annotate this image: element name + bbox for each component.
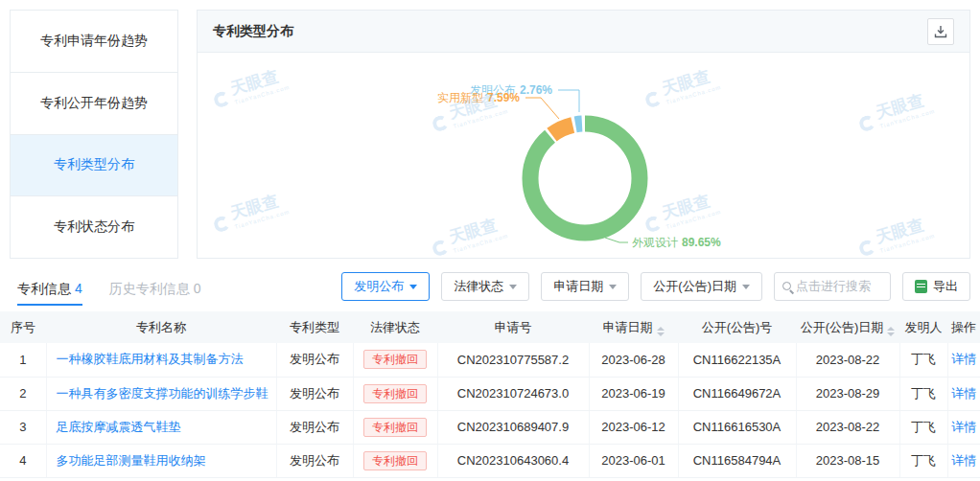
chevron-down-icon xyxy=(609,285,617,289)
label-design-name: 外观设计 xyxy=(632,236,678,249)
leader-line-invention xyxy=(558,90,579,112)
row-seq: 4 xyxy=(0,444,46,477)
label-utility-model: 实用新型7.59% xyxy=(437,90,520,106)
tab-patent-info[interactable]: 专利信息4 xyxy=(17,263,82,311)
download-icon xyxy=(934,25,947,38)
patent-type: 发明公布 xyxy=(276,444,353,477)
tab-label: 历史专利信息 xyxy=(109,281,190,296)
col-action: 操作 xyxy=(947,311,980,343)
filter-patent-type-dropdown[interactable]: 发明公布 xyxy=(341,272,430,301)
detail-link[interactable]: 详情 xyxy=(951,352,976,366)
patent-table: 序号 专利名称 专利类型 法律状态 申请号 申请日期 公开(公告)号 公开(公告… xyxy=(0,311,980,478)
sidebar-item-patent-type-distribution[interactable]: 专利类型分布 xyxy=(11,135,177,197)
label-utility-value: 7.59% xyxy=(487,91,520,104)
filter-controls: 发明公布 法律状态 申请日期 公开(公告)日期 导出 xyxy=(341,272,970,301)
application-date: 2023-06-01 xyxy=(589,444,678,477)
row-seq: 2 xyxy=(0,377,46,410)
table-row: 1 一种橡胶鞋底用材料及其制备方法 发明公布 专利撤回 CN2023107755… xyxy=(0,343,980,377)
application-date: 2023-06-12 xyxy=(589,410,678,444)
publication-date: 2023-08-22 xyxy=(796,410,899,444)
col-legal-status: 法律状态 xyxy=(353,311,437,343)
table-tabs: 专利信息4 历史专利信息0 xyxy=(17,261,201,311)
donut-chart-area: 发明公布2.76% 实用新型7.59% 外观设计89.65% xyxy=(198,53,969,258)
table-row: 4 多功能足部测量鞋用收纳架 发明公布 专利撤回 CN202310643060.… xyxy=(0,444,980,477)
table-row: 3 足底按摩减震透气鞋垫 发明公布 专利撤回 CN202310689407.9 … xyxy=(0,410,980,444)
search-box[interactable] xyxy=(774,272,891,301)
search-input[interactable] xyxy=(796,279,882,293)
patent-name-link[interactable]: 多功能足部测量鞋用收纳架 xyxy=(57,453,206,468)
export-label: 导出 xyxy=(933,278,958,295)
publication-no: CN116584794A xyxy=(678,444,796,477)
label-invention-value: 2.76% xyxy=(520,83,552,97)
table-header-row: 序号 专利名称 专利类型 法律状态 申请号 申请日期 公开(公告)号 公开(公告… xyxy=(0,311,980,343)
patent-type: 发明公布 xyxy=(276,377,353,410)
publication-date: 2023-08-15 xyxy=(796,444,899,477)
detail-link[interactable]: 详情 xyxy=(951,386,976,401)
publication-no: CN116649672A xyxy=(678,377,796,410)
sidebar-item-application-year-trend[interactable]: 专利申请年份趋势 xyxy=(11,11,177,73)
col-publication-date-sortable[interactable]: 公开(公告)日期 xyxy=(796,311,899,343)
patent-analytics-page: 专利申请年份趋势 专利公开年份趋势 专利类型分布 专利状态分布 专利类型分布 xyxy=(0,0,980,481)
row-seq: 1 xyxy=(0,343,46,377)
inventor: 丁飞 xyxy=(899,343,947,377)
panel-title: 专利类型分布 xyxy=(213,23,293,40)
col-application-date-sortable[interactable]: 申请日期 xyxy=(589,311,678,343)
detail-link[interactable]: 详情 xyxy=(951,420,976,434)
filter-legal-status-dropdown[interactable]: 法律状态 xyxy=(441,272,529,301)
label-design: 外观设计89.65% xyxy=(632,235,721,251)
chevron-down-icon xyxy=(509,285,517,289)
application-date: 2023-06-28 xyxy=(589,343,678,377)
sidebar-item-patent-status-distribution[interactable]: 专利状态分布 xyxy=(11,196,177,258)
legal-status-badge: 专利撤回 xyxy=(363,384,427,403)
donut-segment-design xyxy=(530,124,640,233)
application-no: CN202310689407.9 xyxy=(437,410,589,444)
filter-publication-date-dropdown[interactable]: 公开(公告)日期 xyxy=(641,272,762,301)
col-patent-name: 专利名称 xyxy=(46,311,276,343)
row-seq: 3 xyxy=(0,410,46,444)
col-patent-type: 专利类型 xyxy=(276,311,353,343)
leader-line-design xyxy=(605,238,628,242)
sort-icon[interactable] xyxy=(887,327,895,336)
col-publication-no: 公开(公告)号 xyxy=(678,311,796,343)
legal-status-badge: 专利撤回 xyxy=(363,418,427,437)
patent-type: 发明公布 xyxy=(276,410,353,444)
chevron-down-icon xyxy=(742,285,750,289)
filter-application-date-dropdown[interactable]: 申请日期 xyxy=(541,272,629,301)
chart-type-sidebar: 专利申请年份趋势 专利公开年份趋势 专利类型分布 专利状态分布 xyxy=(10,10,178,259)
application-no: CN202310775587.2 xyxy=(437,343,589,377)
chevron-down-icon xyxy=(409,285,417,289)
publication-date: 2023-08-29 xyxy=(796,377,899,410)
export-button[interactable]: 导出 xyxy=(902,272,970,301)
sort-icon[interactable] xyxy=(657,327,665,336)
application-date: 2023-06-19 xyxy=(589,377,678,410)
application-no: CN202310643060.4 xyxy=(437,444,589,477)
excel-icon xyxy=(915,280,927,293)
patent-name-link[interactable]: 足底按摩减震透气鞋垫 xyxy=(57,420,181,434)
table-toolbar: 专利信息4 历史专利信息0 发明公布 法律状态 申请日期 公开(公告)日期 导出 xyxy=(0,261,980,311)
sidebar-item-publication-year-trend[interactable]: 专利公开年份趋势 xyxy=(11,73,177,135)
tab-count: 4 xyxy=(75,281,82,296)
inventor: 丁飞 xyxy=(899,444,947,477)
download-chart-button[interactable] xyxy=(927,18,954,45)
patent-name-link[interactable]: 一种橡胶鞋底用材料及其制备方法 xyxy=(57,352,244,366)
publication-no: CN116616530A xyxy=(678,410,796,444)
label-utility-name: 实用新型 xyxy=(437,91,483,104)
label-design-value: 89.65% xyxy=(682,236,721,249)
donut-chart xyxy=(198,53,969,258)
col-application-no: 申请号 xyxy=(437,311,589,343)
table-row: 2 一种具有多密度支撑功能的训练学步鞋 发明公布 专利撤回 CN20231072… xyxy=(0,377,980,410)
legal-status-badge: 专利撤回 xyxy=(363,451,427,470)
leader-line-utility xyxy=(525,98,559,119)
legal-status-badge: 专利撤回 xyxy=(363,350,427,369)
tab-history-patent-info[interactable]: 历史专利信息0 xyxy=(109,263,201,311)
inventor: 丁飞 xyxy=(899,410,947,444)
inventor: 丁飞 xyxy=(899,377,947,410)
patent-name-link[interactable]: 一种具有多密度支撑功能的训练学步鞋 xyxy=(57,386,268,401)
tab-count: 0 xyxy=(194,281,201,296)
search-icon xyxy=(782,282,791,290)
publication-date: 2023-08-22 xyxy=(796,343,899,377)
detail-link[interactable]: 详情 xyxy=(951,453,976,468)
col-seq: 序号 xyxy=(0,311,46,343)
application-no: CN202310724673.0 xyxy=(437,377,589,410)
publication-no: CN116622135A xyxy=(678,343,796,377)
